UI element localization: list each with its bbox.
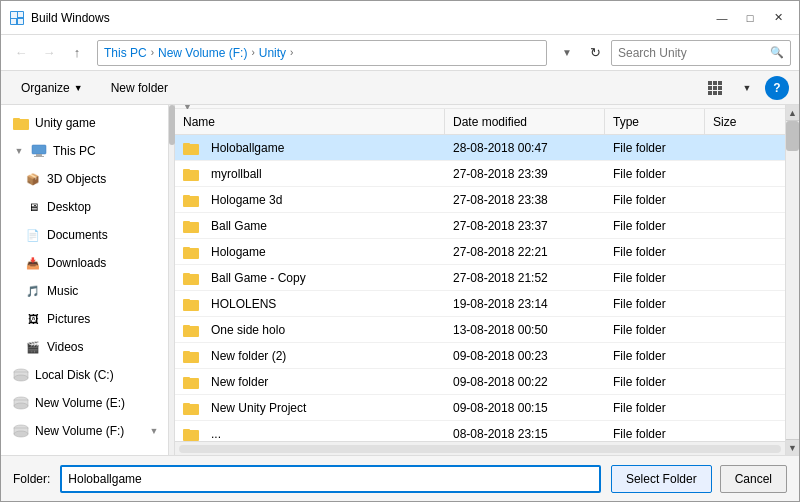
svg-rect-12 [713, 91, 717, 95]
file-cell-type: File folder [605, 161, 705, 186]
file-row[interactable]: Holoballgame 28-08-2018 00:47 File folde… [175, 135, 785, 161]
sidebar-item-downloads[interactable]: 📥 Downloads [1, 249, 168, 277]
file-cell-name: HOLOLENS [175, 291, 445, 316]
svg-rect-37 [183, 247, 190, 250]
col-header-date[interactable]: Date modified [445, 109, 605, 134]
sidebar-item-this-pc[interactable]: ▼ This PC [1, 137, 168, 165]
cancel-button[interactable]: Cancel [720, 465, 787, 493]
dialog-window: Build Windows ― □ ✕ ← → ↑ This PC › New … [0, 0, 800, 502]
file-row[interactable]: New folder (2) 09-08-2018 00:23 File fol… [175, 343, 785, 369]
sidebar-item-pictures[interactable]: 🖼 Pictures [1, 305, 168, 333]
file-panel: ▼ Name Date modified Type Size [175, 105, 785, 455]
col-header-name[interactable]: Name [175, 109, 445, 134]
file-name: New folder [211, 375, 268, 389]
sidebar-item-documents[interactable]: 📄 Documents [1, 221, 168, 249]
file-row[interactable]: HOLOLENS 19-08-2018 23:14 File folder [175, 291, 785, 317]
sidebar-item-videos[interactable]: 🎬 Videos [1, 333, 168, 361]
search-icon: 🔍 [770, 46, 784, 59]
title-bar: Build Windows ― □ ✕ [1, 1, 799, 35]
svg-rect-43 [183, 325, 190, 328]
sidebar-label-desktop: Desktop [47, 200, 160, 214]
file-row[interactable]: One side holo 13-08-2018 00:50 File fold… [175, 317, 785, 343]
sidebar-item-unity-game[interactable]: Unity game [1, 109, 168, 137]
up-button[interactable]: ↑ [65, 41, 89, 65]
file-cell-name: New Unity Project [175, 395, 445, 420]
scroll-up-button[interactable]: ▲ [786, 105, 799, 121]
file-name: New folder (2) [211, 349, 286, 363]
disk-e-icon [13, 395, 29, 411]
svg-rect-15 [13, 118, 20, 121]
file-cell-name: Ball Game [175, 213, 445, 238]
videos-icon: 🎬 [25, 339, 41, 355]
scroll-down-button[interactable]: ▼ [786, 439, 799, 455]
nav-bar: ← → ↑ This PC › New Volume (F:) › Unity … [1, 35, 799, 71]
breadcrumb-thispc[interactable]: This PC [104, 46, 147, 60]
svg-rect-18 [34, 156, 44, 157]
file-row[interactable]: ... 08-08-2018 23:15 File folder [175, 421, 785, 441]
forward-button[interactable]: → [37, 41, 61, 65]
vertical-scrollbar[interactable]: ▲ ▼ [785, 105, 799, 455]
view-chevron-button[interactable]: ▼ [733, 76, 761, 100]
svg-rect-11 [708, 91, 712, 95]
file-row[interactable]: Ball Game 27-08-2018 23:37 File folder [175, 213, 785, 239]
col-header-size[interactable]: Size [705, 109, 785, 134]
minimize-button[interactable]: ― [709, 5, 735, 31]
file-cell-type: File folder [605, 317, 705, 342]
organize-button[interactable]: Organize ▼ [11, 76, 93, 100]
disk-c-icon [13, 367, 29, 383]
select-folder-button[interactable]: Select Folder [611, 465, 712, 493]
horizontal-scrollbar[interactable] [175, 441, 785, 455]
svg-rect-7 [718, 81, 722, 85]
file-cell-type: File folder [605, 213, 705, 238]
maximize-button[interactable]: □ [737, 5, 763, 31]
sidebar-item-music[interactable]: 🎵 Music [1, 277, 168, 305]
file-name: New Unity Project [211, 401, 306, 415]
svg-rect-16 [32, 145, 46, 154]
file-name: ... [211, 427, 221, 441]
dropdown-button[interactable]: ▼ [555, 41, 579, 65]
file-cell-type: File folder [605, 265, 705, 290]
view-toggle-button[interactable] [701, 76, 729, 100]
organize-chevron: ▼ [74, 83, 83, 93]
svg-rect-10 [718, 86, 722, 90]
help-button[interactable]: ? [765, 76, 789, 100]
svg-rect-2 [18, 12, 23, 17]
back-button[interactable]: ← [9, 41, 33, 65]
sidebar-item-new-volume-e[interactable]: New Volume (E:) [1, 389, 168, 417]
folder-input[interactable] [60, 465, 601, 493]
search-input[interactable] [618, 46, 770, 60]
svg-rect-49 [183, 403, 190, 406]
file-cell-name: Hologame [175, 239, 445, 264]
file-name: Holoballgame [211, 141, 284, 155]
file-row[interactable]: New Unity Project 09-08-2018 00:15 File … [175, 395, 785, 421]
sidebar-scrollbar[interactable] [169, 105, 175, 455]
col-type-label: Type [613, 115, 639, 129]
col-header-type[interactable]: Type [605, 109, 705, 134]
toolbar-right: ▼ ? [701, 76, 789, 100]
file-cell-date: 27-08-2018 21:52 [445, 265, 605, 290]
new-folder-button[interactable]: New folder [101, 76, 178, 100]
new-folder-label: New folder [111, 81, 168, 95]
file-row[interactable]: Hologame 3d 27-08-2018 23:38 File folder [175, 187, 785, 213]
sidebar-item-local-disk-c[interactable]: Local Disk (C:) [1, 361, 168, 389]
file-cell-date: 27-08-2018 23:39 [445, 161, 605, 186]
close-button[interactable]: ✕ [765, 5, 791, 31]
svg-point-27 [14, 431, 28, 437]
breadcrumb-unity[interactable]: Unity [259, 46, 286, 60]
toolbar: Organize ▼ New folder ▼ ? [1, 71, 799, 105]
refresh-button[interactable]: ↻ [583, 41, 607, 65]
sidebar-item-desktop[interactable]: 🖥 Desktop [1, 193, 168, 221]
sidebar-item-new-volume-f[interactable]: New Volume (F:) ▼ [1, 417, 168, 445]
breadcrumb-newvolume[interactable]: New Volume (F:) [158, 46, 247, 60]
sidebar-label-3d-objects: 3D Objects [47, 172, 160, 186]
file-cell-type: File folder [605, 291, 705, 316]
file-row[interactable]: myrollball 27-08-2018 23:39 File folder [175, 161, 785, 187]
svg-rect-9 [713, 86, 717, 90]
file-row[interactable]: Hologame 27-08-2018 22:21 File folder [175, 239, 785, 265]
file-row[interactable]: Ball Game - Copy 27-08-2018 21:52 File f… [175, 265, 785, 291]
sidebar-label-documents: Documents [47, 228, 160, 242]
sidebar-item-3d-objects[interactable]: 📦 3D Objects [1, 165, 168, 193]
svg-rect-29 [183, 143, 190, 146]
thispc-label: This PC [104, 46, 147, 60]
file-row[interactable]: New folder 09-08-2018 00:22 File folder [175, 369, 785, 395]
